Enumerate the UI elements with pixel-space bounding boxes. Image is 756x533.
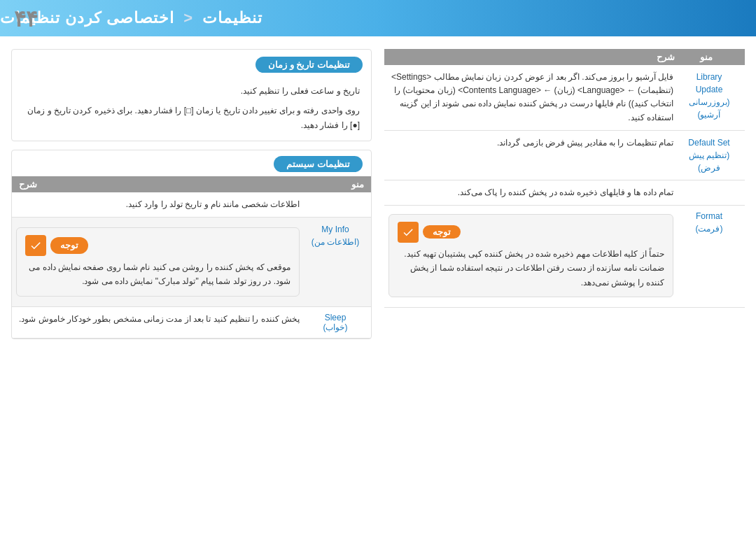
page-number: ۴۴ bbox=[14, 6, 38, 32]
header: تنظیمات < اختصاصی کردن تنظیمات bbox=[0, 0, 756, 36]
left-header-desc: شرح bbox=[391, 52, 675, 62]
note-icon bbox=[398, 222, 419, 243]
sys-table-header: منو شرح bbox=[12, 176, 371, 192]
datetime-pill-wrap: تنظیمات تاریخ و زمان bbox=[20, 57, 363, 78]
format-menu: Format (فرمت) bbox=[678, 210, 741, 235]
datetime-intro-2: روی واحدی رفته و برای تغییر دادن تاریخ ی… bbox=[20, 104, 363, 134]
format-note-text: حتماً از کلیه اطلاعات مهم ذخیره شده در پ… bbox=[398, 247, 664, 290]
sleep-row: Sleep (خواب) پخش کننده را تنظیم کنید تا … bbox=[12, 307, 371, 339]
format-desc: توجه حتماً از کلیه اطلاعات مهم ذخیره شده… bbox=[388, 210, 673, 301]
sleep-menu: Sleep (خواب) bbox=[304, 313, 367, 332]
sys-header-menu: منو bbox=[351, 179, 364, 190]
datetime-intro-1: تاریخ و ساعت فعلی را تنظیم کنید. bbox=[20, 84, 363, 99]
header-arrow: < bbox=[178, 9, 193, 27]
right-panel: تنظیمات تاریخ و زمان تاریخ و ساعت فعلی ر… bbox=[11, 49, 372, 526]
datetime-block: تنظیمات تاریخ و زمان تاریخ و ساعت فعلی ر… bbox=[11, 49, 372, 141]
header-sub: تنظیمات bbox=[202, 9, 262, 27]
clear-desc: تمام داده ها و فایلهای ذخیره شده در پخش … bbox=[388, 186, 673, 199]
my-info-row: My Info (اطلاعات من) توجه موقعی که پخش ک… bbox=[12, 218, 371, 307]
my-info-note-badge: توجه bbox=[50, 237, 88, 255]
left-header-menu: منو bbox=[675, 52, 738, 62]
library-update-menu: Library Update (بروزرسانی آرشیو) bbox=[678, 71, 741, 121]
format-note-header: توجه bbox=[398, 222, 664, 243]
library-update-row: Library Update (بروزرسانی آرشیو) فایل آر… bbox=[384, 65, 745, 131]
default-set-desc: تمام تنظیمات را به مقادیر پیش فرض بازمی … bbox=[388, 136, 673, 150]
library-update-desc: فایل آرشیو را بروز می‌کند. اگر بعد از عو… bbox=[388, 71, 673, 125]
format-note-badge: توجه bbox=[423, 225, 461, 239]
info-desc: اطلاعات شخصی مانند نام و تاریخ تولد را و… bbox=[16, 198, 300, 211]
my-info-note-text: موقعی که پخش کننده را روشن می کنید نام ش… bbox=[25, 260, 290, 289]
default-set-menu: Default Set (تنظیم پیش فرض) bbox=[678, 136, 741, 174]
sys-block: تنظیمات سیستم منو شرح اطلاعات شخصی مانند… bbox=[11, 150, 372, 339]
datetime-pill: تنظیمات تاریخ و زمان bbox=[255, 57, 363, 73]
left-table-header: منو شرح bbox=[384, 49, 745, 65]
clear-row: تمام داده ها و فایلهای ذخیره شده در پخش … bbox=[384, 180, 745, 206]
content-area: منو شرح Library Update (بروزرسانی آرشیو)… bbox=[0, 36, 756, 533]
my-info-note-icon bbox=[25, 235, 46, 256]
info-row: اطلاعات شخصی مانند نام و تاریخ تولد را و… bbox=[12, 192, 371, 218]
header-title: تنظیمات < اختصاصی کردن تنظیمات bbox=[0, 9, 262, 27]
sys-pill: تنظیمات سیستم bbox=[274, 156, 363, 172]
my-info-menu: My Info (اطلاعات من) bbox=[304, 223, 367, 248]
sleep-desc: پخش کننده را تنظیم کنید تا بعد از مدت زم… bbox=[16, 313, 300, 326]
format-row: Format (فرمت) توجه حتماً از کلیه اطلاعات… bbox=[384, 206, 745, 308]
default-set-row: Default Set (تنظیم پیش فرض) تمام تنظیمات… bbox=[384, 131, 745, 180]
my-info-desc: توجه موقعی که پخش کننده را روشن می کنید … bbox=[16, 223, 300, 301]
sys-pill-wrap: تنظیمات سیستم bbox=[12, 150, 371, 176]
sys-header-desc: شرح bbox=[19, 179, 37, 190]
format-note-box: توجه حتماً از کلیه اطلاعات مهم ذخیره شده… bbox=[388, 214, 673, 297]
my-info-note-header: توجه bbox=[25, 235, 290, 256]
left-panel: منو شرح Library Update (بروزرسانی آرشیو)… bbox=[384, 49, 745, 526]
my-info-note-box: توجه موقعی که پخش کننده را روشن می کنید … bbox=[16, 227, 300, 297]
